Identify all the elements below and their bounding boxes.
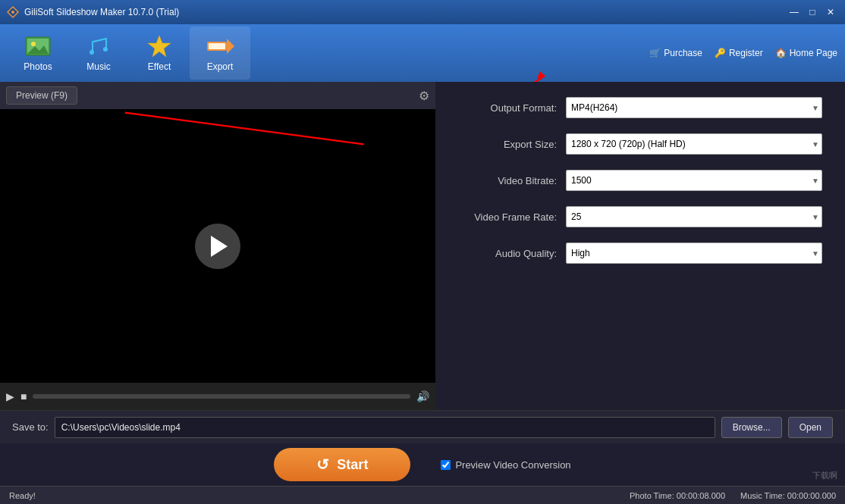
video-frame-rate-wrapper: 25 24 30 60 ▼ [566, 206, 822, 227]
volume-icon: 🔊 [416, 390, 429, 402]
save-path-input[interactable] [55, 417, 715, 438]
effect-icon [146, 34, 172, 58]
register-icon: 🔑 [715, 48, 726, 58]
minimize-button[interactable]: — [786, 4, 803, 20]
output-format-row: Output Format: MP4(H264) AVI MOV WMV ▼ [458, 97, 822, 118]
toolbar-right: 🛒 Purchase 🔑 Register 🏠 Home Page [649, 48, 837, 58]
preview-conversion-area: Preview Video Conversion [441, 459, 570, 471]
content-wrapper: Preview (F9) ⚙ ▶ ■ 🔊 [0, 82, 845, 504]
preview-conversion-checkbox[interactable] [441, 460, 451, 470]
output-format-select[interactable]: MP4(H264) AVI MOV WMV [566, 97, 822, 118]
export-size-select[interactable]: 1280 x 720 (720p) (Half HD) 1920 x 1080 … [566, 133, 822, 155]
register-label: Register [729, 48, 763, 58]
purchase-link[interactable]: 🛒 Purchase [649, 48, 702, 58]
svg-line-15 [125, 113, 364, 145]
home-link[interactable]: 🏠 Home Page [775, 48, 837, 58]
progress-bar[interactable] [33, 394, 410, 399]
photos-label: Photos [24, 61, 52, 72]
video-frame-rate-label: Video Frame Rate: [458, 211, 557, 223]
output-format-label: Output Format: [458, 102, 557, 114]
video-area [0, 109, 435, 383]
export-label: Export [207, 61, 234, 72]
export-size-wrapper: 1280 x 720 (720p) (Half HD) 1920 x 1080 … [566, 133, 822, 155]
music-label: Music [86, 61, 110, 72]
home-icon: 🏠 [775, 48, 787, 58]
photo-time-info: Photo Time: 00:00:08.000 [630, 491, 725, 500]
export-size-label: Export Size: [458, 139, 557, 150]
time-info: Photo Time: 00:00:08.000 Music Time: 00:… [630, 491, 836, 500]
play-control-button[interactable]: ▶ [6, 390, 14, 402]
start-button[interactable]: ↺ Start [274, 448, 410, 481]
photo-time-label: Photo Time: [630, 491, 674, 500]
play-button[interactable] [195, 224, 240, 269]
video-bitrate-label: Video Bitrate: [458, 175, 557, 186]
toolbar-export[interactable]: Export [190, 27, 250, 80]
title-bar: GiliSoft Sildeshow Maker 10.7.0 (Trial) … [0, 0, 845, 24]
maximize-button[interactable]: □ [804, 4, 821, 20]
toolbar: Photos Music Effect Export 🛒 Purchase [0, 24, 845, 82]
save-to-label: Save to: [12, 421, 49, 433]
status-text: Ready! [9, 491, 36, 500]
playback-controls: ▶ ■ 🔊 [0, 383, 435, 410]
audio-quality-select[interactable]: High Medium Low [566, 243, 822, 264]
output-format-wrapper: MP4(H264) AVI MOV WMV ▼ [566, 97, 822, 118]
video-frame-rate-select[interactable]: 25 24 30 60 [566, 206, 822, 227]
status-bar: Ready! Photo Time: 00:00:08.000 Music Ti… [0, 486, 845, 504]
browse-button[interactable]: Browse... [721, 417, 782, 438]
start-icon: ↺ [316, 455, 329, 474]
music-icon [86, 34, 111, 58]
svg-rect-12 [209, 43, 225, 49]
video-bitrate-wrapper: 1500 500 1000 2000 3000 ▼ [566, 170, 822, 191]
action-bar: ↺ Start Preview Video Conversion [0, 443, 845, 486]
video-bitrate-row: Video Bitrate: 1500 500 1000 2000 3000 ▼ [458, 170, 822, 191]
music-time-value: 00:00:00.000 [787, 491, 836, 500]
window-controls: — □ ✕ [786, 4, 839, 20]
stop-control-button[interactable]: ■ [20, 390, 27, 402]
save-bar: Save to: Browse... Open [0, 410, 845, 443]
purchase-icon: 🛒 [649, 48, 661, 58]
video-bitrate-select[interactable]: 1500 500 1000 2000 3000 [566, 170, 822, 191]
music-time-label: Music Time: [740, 491, 785, 500]
register-link[interactable]: 🔑 Register [715, 48, 763, 58]
photo-time-value: 00:00:08.000 [677, 491, 725, 500]
preview-button[interactable]: Preview (F9) [6, 86, 77, 105]
music-time-info: Music Time: 00:00:00.000 [740, 491, 836, 500]
start-label: Start [337, 457, 368, 473]
svg-point-5 [31, 42, 36, 46]
app-logo-icon [6, 5, 20, 19]
toolbar-music[interactable]: Music [68, 27, 129, 80]
photos-icon [24, 34, 52, 58]
preview-panel: Preview (F9) ⚙ ▶ ■ 🔊 [0, 82, 435, 410]
main-content: Preview (F9) ⚙ ▶ ■ 🔊 [0, 82, 845, 410]
svg-marker-11 [227, 39, 234, 54]
svg-point-7 [90, 50, 94, 55]
toolbar-effect[interactable]: Effect [129, 27, 190, 80]
settings-panel: Output Format: MP4(H264) AVI MOV WMV ▼ E… [435, 82, 845, 410]
preview-settings-button[interactable]: ⚙ [419, 89, 429, 103]
open-button[interactable]: Open [788, 417, 833, 438]
effect-label: Effect [148, 61, 171, 72]
video-frame-rate-row: Video Frame Rate: 25 24 30 60 ▼ [458, 206, 822, 227]
title-bar-left: GiliSoft Sildeshow Maker 10.7.0 (Trial) [6, 5, 179, 19]
audio-quality-wrapper: High Medium Low ▼ [566, 243, 822, 264]
toolbar-photos[interactable]: Photos [8, 27, 68, 80]
export-size-row: Export Size: 1280 x 720 (720p) (Half HD)… [458, 133, 822, 155]
watermark: 下载啊 [812, 470, 837, 481]
audio-quality-row: Audio Quality: High Medium Low ▼ [458, 243, 822, 264]
close-button[interactable]: ✕ [822, 4, 839, 20]
audio-quality-label: Audio Quality: [458, 248, 557, 259]
export-icon [206, 34, 234, 58]
svg-marker-9 [148, 36, 171, 57]
preview-conversion-label: Preview Video Conversion [455, 459, 570, 471]
svg-line-13 [429, 76, 545, 82]
app-title: GiliSoft Sildeshow Maker 10.7.0 (Trial) [24, 7, 179, 17]
home-label: Home Page [790, 48, 837, 58]
preview-header: Preview (F9) ⚙ [0, 82, 435, 109]
svg-point-8 [103, 47, 108, 52]
svg-point-2 [11, 11, 14, 14]
svg-marker-14 [537, 71, 545, 79]
purchase-label: Purchase [664, 48, 702, 58]
